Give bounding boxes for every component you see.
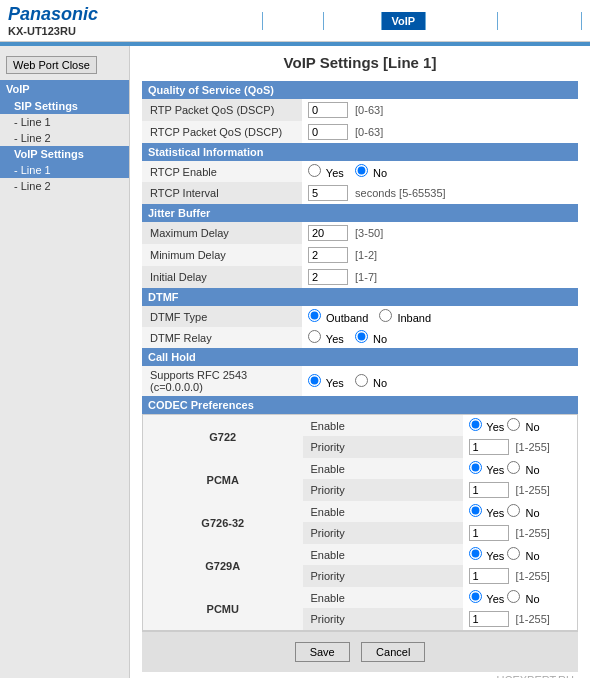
sidebar-sip-line1[interactable]: - Line 1 bbox=[0, 114, 129, 130]
dtmf-outband-radio[interactable] bbox=[308, 309, 321, 322]
codec-g729a-no-radio[interactable] bbox=[507, 547, 520, 560]
codec-g722-priority-label: Priority bbox=[303, 436, 463, 458]
cancel-button[interactable]: Cancel bbox=[361, 642, 425, 662]
min-delay-label: Minimum Delay bbox=[142, 244, 302, 266]
rtcp-enable-yes-radio[interactable] bbox=[308, 164, 321, 177]
codec-pcma-yes-label[interactable]: Yes bbox=[469, 464, 505, 476]
rtcp-qos-range: [0-63] bbox=[355, 126, 383, 138]
codec-g72632-yes-label[interactable]: Yes bbox=[469, 507, 505, 519]
codec-pcmu-yes-label[interactable]: Yes bbox=[469, 593, 505, 605]
codec-pcma-yes-radio[interactable] bbox=[469, 461, 482, 474]
sidebar-voip-line2[interactable]: - Line 2 bbox=[0, 178, 129, 194]
nav-network[interactable]: Network bbox=[263, 12, 324, 30]
codec-g72632-enable-label: Enable bbox=[303, 501, 463, 522]
rtcp-qos-input[interactable] bbox=[308, 124, 348, 140]
codec-g722-no-radio[interactable] bbox=[507, 418, 520, 431]
codec-pcma-name: PCMA bbox=[143, 458, 303, 501]
codec-g72632-name: G726-32 bbox=[143, 501, 303, 544]
init-delay-input[interactable] bbox=[308, 269, 348, 285]
sidebar-voip-line1[interactable]: - Line 1 bbox=[0, 162, 129, 178]
dtmf-relay-label: DTMF Relay bbox=[142, 327, 302, 348]
codec-pcma-no-radio[interactable] bbox=[507, 461, 520, 474]
dtmf-inband-label[interactable]: Inband bbox=[379, 312, 431, 324]
dtmf-relay-no-label[interactable]: No bbox=[355, 333, 387, 345]
codec-g722-no-label[interactable]: No bbox=[507, 421, 539, 433]
init-delay-range: [1-7] bbox=[355, 271, 377, 283]
web-port-close-button[interactable]: Web Port Close bbox=[6, 56, 97, 74]
dtmf-relay-yes-label[interactable]: Yes bbox=[308, 333, 344, 345]
sidebar-sip-line2[interactable]: - Line 2 bbox=[0, 130, 129, 146]
brand-name: Panasonic bbox=[8, 4, 98, 25]
codec-g722-priority-input[interactable] bbox=[469, 439, 509, 455]
codec-g729a-enable-label: Enable bbox=[303, 544, 463, 565]
dtmf-type-label: DTMF Type bbox=[142, 306, 302, 327]
codec-g722-priority-range: [1-255] bbox=[516, 441, 550, 453]
dtmf-type-group: Outband Inband bbox=[308, 312, 439, 324]
min-delay-input[interactable] bbox=[308, 247, 348, 263]
codec-g72632-row: G726-32 Enable Yes No bbox=[143, 501, 578, 522]
codec-g729a-priority-range: [1-255] bbox=[516, 570, 550, 582]
rtcp-enable-label: RTCP Enable bbox=[142, 161, 302, 182]
rtp-qos-value-cell: [0-63] bbox=[302, 99, 578, 121]
codec-g72632-yes-radio[interactable] bbox=[469, 504, 482, 517]
rtcp-enable-no-radio[interactable] bbox=[355, 164, 368, 177]
dtmf-outband-label[interactable]: Outband bbox=[308, 312, 368, 324]
watermark: UCEXPERT.RU bbox=[142, 672, 578, 678]
init-delay-label: Initial Delay bbox=[142, 266, 302, 288]
nav-voip[interactable]: VoIP bbox=[382, 12, 427, 30]
codec-g722-enable-label: Enable bbox=[303, 415, 463, 437]
codec-pcma-no-label[interactable]: No bbox=[507, 464, 539, 476]
codec-g722-yes-label[interactable]: Yes bbox=[469, 421, 505, 433]
callhold-no-label[interactable]: No bbox=[355, 377, 387, 389]
nav-maintenance[interactable]: Maintenance bbox=[498, 12, 582, 30]
rtcp-interval-input[interactable] bbox=[308, 185, 348, 201]
codec-g722-name: G722 bbox=[143, 415, 303, 459]
rtp-qos-input[interactable] bbox=[308, 102, 348, 118]
rtcp-enable-group: Yes No bbox=[308, 167, 395, 179]
codec-pcmu-yes-radio[interactable] bbox=[469, 590, 482, 603]
codec-pcmu-priority-input[interactable] bbox=[469, 611, 509, 627]
sidebar-group-voip: VoIP bbox=[0, 80, 129, 98]
dtmf-relay-group: Yes No bbox=[308, 333, 395, 345]
rtcp-enable-yes-label[interactable]: Yes bbox=[308, 167, 344, 179]
codec-g729a-yes-radio[interactable] bbox=[469, 547, 482, 560]
rtcp-interval-hint: seconds [5-65535] bbox=[355, 187, 446, 199]
codec-g729a-priority-input[interactable] bbox=[469, 568, 509, 584]
codec-pcmu-row: PCMU Enable Yes No bbox=[143, 587, 578, 608]
codec-g729a-yes-label[interactable]: Yes bbox=[469, 550, 505, 562]
callhold-group: Yes No bbox=[308, 377, 395, 389]
codec-g72632-priority-input[interactable] bbox=[469, 525, 509, 541]
callhold-no-radio[interactable] bbox=[355, 374, 368, 387]
dtmf-relay-no-radio[interactable] bbox=[355, 330, 368, 343]
codec-pcmu-no-radio[interactable] bbox=[507, 590, 520, 603]
codec-g722-row: G722 Enable Yes No bbox=[143, 415, 578, 437]
nav-system[interactable]: System bbox=[324, 12, 382, 30]
codec-pcmu-no-label[interactable]: No bbox=[507, 593, 539, 605]
max-delay-input[interactable] bbox=[308, 225, 348, 241]
statistical-section-header: Statistical Information bbox=[142, 143, 578, 161]
callhold-yes-label[interactable]: Yes bbox=[308, 377, 344, 389]
codec-g72632-no-label[interactable]: No bbox=[507, 507, 539, 519]
codec-g72632-priority-label: Priority bbox=[303, 522, 463, 544]
codec-g729a-no-label[interactable]: No bbox=[507, 550, 539, 562]
nav-telephone[interactable]: Telephone bbox=[426, 12, 498, 30]
callhold-yes-radio[interactable] bbox=[308, 374, 321, 387]
rtp-qos-range: [0-63] bbox=[355, 104, 383, 116]
codec-g72632-no-radio[interactable] bbox=[507, 504, 520, 517]
callhold-section-header: Call Hold bbox=[142, 348, 578, 366]
codec-pcmu-priority-label: Priority bbox=[303, 608, 463, 631]
codec-section-header: CODEC Preferences bbox=[142, 396, 578, 414]
codec-g729a-row: G729A Enable Yes No bbox=[143, 544, 578, 565]
codec-g722-yes-radio[interactable] bbox=[469, 418, 482, 431]
codec-pcma-priority-input[interactable] bbox=[469, 482, 509, 498]
save-button[interactable]: Save bbox=[295, 642, 350, 662]
qos-section-header: Quality of Service (QoS) bbox=[142, 81, 578, 99]
rtcp-interval-label: RTCP Interval bbox=[142, 182, 302, 204]
codec-g72632-priority-range: [1-255] bbox=[516, 527, 550, 539]
dtmf-inband-radio[interactable] bbox=[379, 309, 392, 322]
page-title: VoIP Settings [Line 1] bbox=[142, 54, 578, 71]
rtcp-enable-no-label[interactable]: No bbox=[355, 167, 387, 179]
nav-status[interactable]: Status bbox=[210, 12, 262, 30]
dtmf-relay-yes-radio[interactable] bbox=[308, 330, 321, 343]
rtcp-qos-value-cell: [0-63] bbox=[302, 121, 578, 143]
